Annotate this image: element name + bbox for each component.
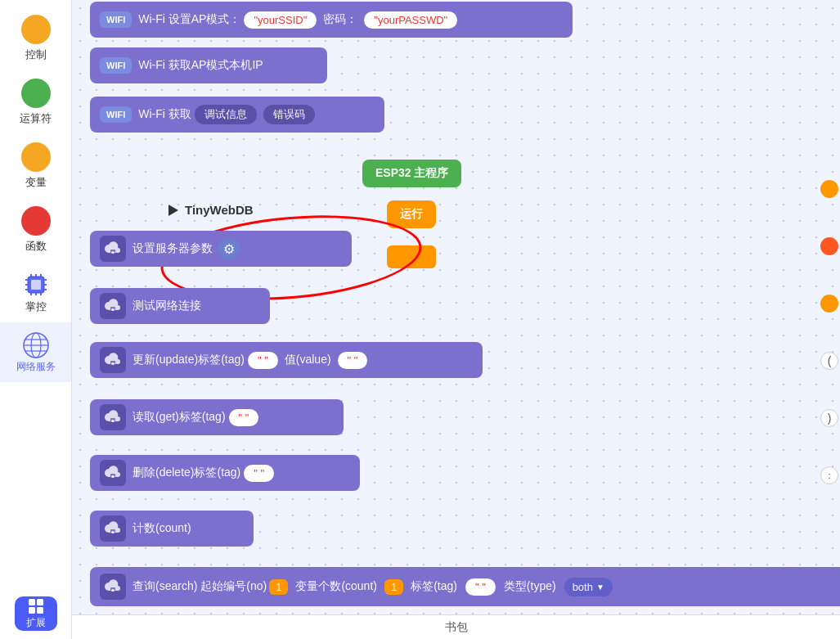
bottom-bar: 书包 xyxy=(72,614,840,639)
cloud-icon-read xyxy=(100,404,126,430)
orange-block-1[interactable] xyxy=(387,245,436,268)
sidebar-label-control: 控制 xyxy=(25,47,47,62)
query-tag-label: 标签(tag) xyxy=(411,579,457,594)
set-server-label: 设置服务器参数 xyxy=(133,241,213,256)
wifi-ssid-pill[interactable]: "yourSSID" xyxy=(244,11,317,29)
update-value-label: 值(value) xyxy=(285,353,331,367)
gear-icon[interactable]: ⚙ xyxy=(218,237,240,260)
sidebar-label-function: 函数 xyxy=(25,239,47,254)
delete-tag-block[interactable]: 删除(delete)标签(tag) " " xyxy=(90,455,360,491)
sidebar-item-operator[interactable]: 运算符 xyxy=(0,70,71,134)
svg-rect-19 xyxy=(29,599,35,605)
indicator-red xyxy=(820,237,838,255)
cloud-icon-delete xyxy=(100,460,126,486)
operator-icon xyxy=(21,79,51,108)
tinywebdb-label-text: TinyWebDB xyxy=(185,203,254,217)
cloud-icon-update xyxy=(100,347,126,373)
query-num2[interactable]: 1 xyxy=(384,579,403,595)
sidebar-label-variable: 变量 xyxy=(25,175,47,190)
wifi-getip-label: Wi-Fi 获取AP模式本机IP xyxy=(138,58,263,73)
set-server-block[interactable]: 设置服务器参数 ⚙ xyxy=(90,231,352,267)
sidebar-item-hardware[interactable]: 掌控 xyxy=(0,262,71,322)
indicator-colon: : xyxy=(820,466,838,484)
count-label: 计数(count) xyxy=(133,521,191,536)
query-both-dropdown[interactable]: both ▼ xyxy=(564,578,613,596)
sidebar-label-hardware: 掌控 xyxy=(25,299,47,314)
read-tag-pill[interactable]: " " xyxy=(229,409,259,426)
cloud-icon-test xyxy=(100,293,126,319)
update-tag-pill[interactable]: " " xyxy=(248,352,278,369)
cloud-icon-query xyxy=(100,574,126,600)
indicator-orange xyxy=(820,180,838,198)
wifi-ap-label: Wi-Fi 设置AP模式： xyxy=(138,12,240,27)
update-tag-label: 更新(update)标签(tag) xyxy=(133,353,245,367)
function-icon xyxy=(21,206,51,236)
sidebar-label-operator: 运算符 xyxy=(20,111,52,126)
indicator-bracket: ( xyxy=(820,352,838,370)
tinywebdb-section-label: TinyWebDB xyxy=(168,203,254,217)
delete-tag-label: 删除(delete)标签(tag) xyxy=(133,466,240,480)
delete-tag-pill[interactable]: " " xyxy=(244,465,274,482)
count-block[interactable]: 计数(count) xyxy=(90,511,254,547)
svg-rect-21 xyxy=(29,607,35,614)
triangle-icon xyxy=(168,205,178,216)
indicator-bracket2: ) xyxy=(820,409,838,427)
wifi-pwd-label: 密码： xyxy=(323,12,357,27)
esp32-block[interactable]: ESP32 主程序 xyxy=(362,160,461,187)
sidebar: 控制 运算符 变量 函数 xyxy=(0,0,72,639)
update-value-pill[interactable]: " " xyxy=(338,352,368,369)
expand-label: 扩展 xyxy=(26,616,46,630)
network-icon xyxy=(21,331,51,360)
cloud-icon-server xyxy=(100,236,126,262)
update-tag-block[interactable]: 更新(update)标签(tag) " " 值(value) " " xyxy=(90,342,483,378)
cloud-icon-count xyxy=(100,515,126,542)
esp32-label: ESP32 主程序 xyxy=(375,166,448,179)
query-num1[interactable]: 1 xyxy=(269,579,288,595)
sidebar-item-control[interactable]: 控制 xyxy=(0,7,71,70)
wifi-get-label: Wi-Fi 获取 xyxy=(138,107,191,122)
wifi-icon-3: WIFI xyxy=(100,106,132,123)
run-label: 运行 xyxy=(400,207,423,220)
read-tag-block[interactable]: 读取(get)标签(tag) " " xyxy=(90,399,344,435)
sidebar-label-network: 网络服务 xyxy=(16,360,56,374)
wifi-passwd-pill[interactable]: "yourPASSWD" xyxy=(364,11,457,29)
query-search-label: 查询(search) 起始编号(no) xyxy=(133,579,267,594)
svg-rect-20 xyxy=(37,599,43,605)
indicator-orange2 xyxy=(820,295,838,313)
expand-button[interactable]: 扩展 xyxy=(15,596,57,631)
test-network-label: 测试网络连接 xyxy=(133,299,201,313)
query-block[interactable]: 查询(search) 起始编号(no) 1 变量个数(count) 1 标签(t… xyxy=(90,567,840,606)
wifi-ap-block[interactable]: WIFI Wi-Fi 设置AP模式： "yourSSID" 密码： "yourP… xyxy=(90,2,573,38)
sidebar-item-variable[interactable]: 变量 xyxy=(0,134,71,198)
hardware-icon xyxy=(21,270,51,299)
svg-rect-22 xyxy=(37,607,43,614)
sidebar-item-function[interactable]: 函数 xyxy=(0,198,71,262)
control-icon xyxy=(21,15,51,44)
wifi-debug-pill[interactable]: 调试信息 xyxy=(195,105,257,124)
query-both-label: both xyxy=(573,581,593,593)
query-type-label: 类型(type) xyxy=(504,579,556,594)
wifi-icon-1: WIFI xyxy=(100,11,132,28)
chevron-down-icon: ▼ xyxy=(596,583,604,592)
query-varcount-label: 变量个数(count) xyxy=(295,579,377,594)
wifi-getip-block[interactable]: WIFI Wi-Fi 获取AP模式本机IP xyxy=(90,47,327,83)
bottom-label: 书包 xyxy=(445,620,468,635)
wifi-errcode-pill[interactable]: 错误码 xyxy=(263,105,315,124)
sidebar-item-network[interactable]: 网络服务 xyxy=(0,322,71,382)
query-tag-pill[interactable]: " " xyxy=(465,578,496,596)
svg-rect-1 xyxy=(31,280,41,290)
main-canvas: WIFI Wi-Fi 设置AP模式： "yourSSID" 密码： "yourP… xyxy=(72,0,840,639)
variable-icon xyxy=(21,142,51,172)
read-tag-label: 读取(get)标签(tag) xyxy=(133,410,226,425)
test-network-block[interactable]: 测试网络连接 xyxy=(90,288,270,324)
blocks-area: WIFI Wi-Fi 设置AP模式： "yourSSID" 密码： "yourP… xyxy=(72,0,840,614)
run-block[interactable]: 运行 xyxy=(387,200,436,228)
wifi-icon-2: WIFI xyxy=(100,57,132,74)
wifi-debug-block[interactable]: WIFI Wi-Fi 获取 调试信息 错误码 xyxy=(90,97,384,133)
